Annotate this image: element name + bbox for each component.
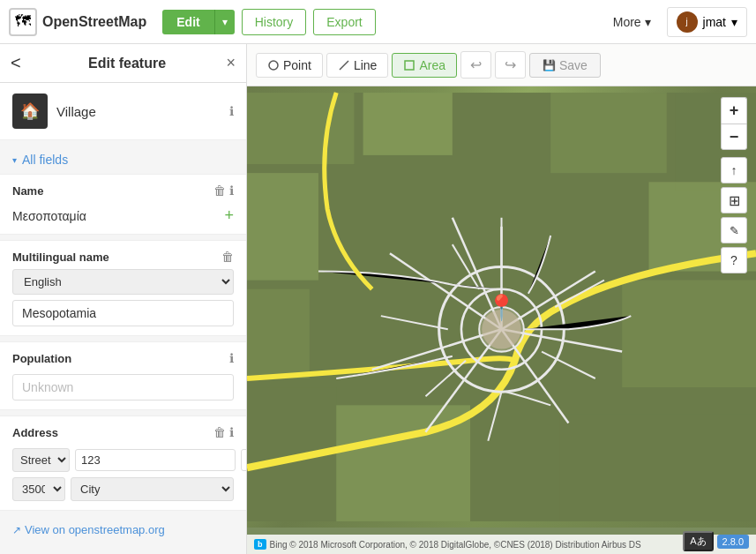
map-image: 📍 [247, 86, 756, 528]
address-info-icon[interactable]: ℹ [229, 425, 234, 439]
all-fields-toggle[interactable]: ▾ All fields [0, 146, 246, 174]
feature-type-row: 🏠 Village ℹ [0, 83, 246, 140]
population-input[interactable] [12, 374, 234, 401]
top-navigation: 🗺 OpenStreetMap Edit ▾ History Export Mo… [0, 0, 756, 44]
logo-area: 🗺 OpenStreetMap [9, 8, 146, 36]
svg-rect-7 [247, 173, 318, 280]
back-button[interactable]: < [11, 53, 21, 73]
svg-rect-11 [622, 281, 756, 387]
address-delete-icon[interactable]: 🗑 [213, 425, 226, 439]
address-row-2: 35003 City [0, 477, 246, 510]
multilingual-delete-icon[interactable]: 🗑 [221, 250, 234, 264]
map-toolbar: Point Line Area ↩ ↪ 💾 Save [247, 44, 756, 86]
svg-point-0 [269, 61, 278, 70]
svg-rect-3 [247, 93, 354, 164]
edit-button[interactable]: Edit [162, 10, 213, 34]
line-button[interactable]: Line [326, 53, 388, 78]
multilingual-header: Multilingual name 🗑 [0, 241, 246, 269]
svg-rect-5 [550, 93, 667, 173]
zoom-out-button[interactable]: − [721, 124, 747, 150]
map-bottom-bar: Aあ 2.8.0 [676, 528, 756, 554]
map-controls: + − ↑ ⊞ ✎ ? [721, 97, 747, 273]
name-field-section: Name 🗑 ℹ Μεσοποταμία + [0, 174, 246, 235]
map-edit-button[interactable]: ✎ [721, 217, 747, 243]
population-info-icon[interactable]: ℹ [229, 351, 234, 365]
layers-button[interactable]: ⊞ [721, 187, 747, 213]
multilingual-label: Multilingual name [12, 251, 218, 264]
help-button[interactable]: ? [721, 247, 747, 273]
map-pin: 📍 [486, 293, 517, 322]
address-label: Address [12, 426, 210, 439]
map-background: 📍 [247, 86, 756, 528]
address-field-header: Address 🗑 ℹ [0, 416, 246, 445]
close-button[interactable]: × [226, 54, 236, 72]
address-section: Address 🗑 ℹ Street 35003 City [0, 416, 246, 511]
name-label: Name [12, 184, 210, 198]
feature-info-icon[interactable]: ℹ [229, 104, 234, 118]
population-label: Population [12, 352, 226, 365]
history-button[interactable]: History [242, 9, 307, 35]
bing-logo: b [254, 539, 266, 550]
name-delete-icon[interactable]: 🗑 [213, 183, 226, 198]
name-info-icon[interactable]: ℹ [229, 183, 234, 198]
sidebar-title: Edit feature [28, 56, 227, 71]
language-badge[interactable]: Aあ [683, 531, 713, 551]
address-row-1: Street [0, 445, 246, 477]
undo-button[interactable]: ↩ [460, 51, 491, 79]
external-link-icon: ↗ [12, 524, 21, 536]
street-select[interactable]: Street [12, 448, 70, 472]
logo-text: OpenStreetMap [42, 14, 146, 30]
svg-rect-13 [559, 414, 756, 520]
compass-button[interactable]: ↑ [721, 157, 747, 183]
main-content: < Edit feature × 🏠 Village ℹ ▾ All field… [0, 44, 756, 554]
zip-select[interactable]: 35003 [12, 477, 65, 501]
population-section: Population ℹ [0, 341, 246, 410]
sidebar: < Edit feature × 🏠 Village ℹ ▾ All field… [0, 44, 247, 554]
name-value-row: Μεσοποταμία + [0, 203, 246, 234]
export-button[interactable]: Export [313, 9, 375, 35]
area-button[interactable]: Area [392, 53, 457, 78]
version-badge: 2.8.0 [717, 535, 749, 549]
edit-dropdown-arrow[interactable]: ▾ [214, 10, 235, 34]
zoom-in-button[interactable]: + [721, 97, 747, 124]
point-icon [267, 59, 280, 71]
view-on-osm-link[interactable]: ↗ View on openstreetmap.org [0, 516, 246, 543]
edit-button-group: Edit ▾ [162, 10, 234, 34]
svg-rect-8 [247, 289, 310, 378]
name-value: Μεσοποταμία [12, 209, 221, 223]
house-number-input[interactable] [75, 449, 236, 471]
population-input-wrap [0, 371, 246, 409]
feature-type-icon: 🏠 [12, 94, 48, 129]
multilingual-value-input[interactable] [12, 300, 234, 326]
line-icon [338, 59, 350, 71]
multilingual-name-section: Multilingual name 🗑 English French Germa… [0, 240, 246, 336]
svg-rect-1 [405, 61, 414, 70]
redo-button[interactable]: ↪ [495, 51, 526, 79]
user-menu-button[interactable]: j jmat ▾ [667, 7, 747, 37]
unit-input[interactable] [241, 449, 247, 471]
name-add-icon[interactable]: + [224, 206, 234, 225]
sidebar-header: < Edit feature × [0, 44, 246, 83]
more-button[interactable]: More ▾ [604, 10, 660, 34]
map-area: Point Line Area ↩ ↪ 💾 Save [247, 44, 756, 554]
view-link-text: View on openstreetmap.org [25, 523, 165, 536]
feature-type-label: Village [56, 104, 96, 119]
chevron-down-icon: ▾ [12, 155, 17, 165]
logo-icon: 🗺 [9, 8, 37, 36]
username-label: jmat [703, 15, 726, 29]
population-field-header: Population ℹ [0, 342, 246, 371]
city-select[interactable]: City [71, 477, 234, 501]
svg-rect-4 [363, 93, 453, 155]
name-field-header: Name 🗑 ℹ [0, 175, 246, 203]
language-select[interactable]: English French German Spanish [12, 269, 234, 295]
avatar: j [677, 11, 698, 33]
area-icon [403, 59, 415, 71]
attribution-text: Bing © 2018 Microsoft Corporation, © 201… [270, 540, 641, 550]
point-button[interactable]: Point [256, 53, 323, 78]
save-button[interactable]: 💾 Save [529, 53, 601, 78]
all-fields-label: All fields [22, 153, 68, 167]
